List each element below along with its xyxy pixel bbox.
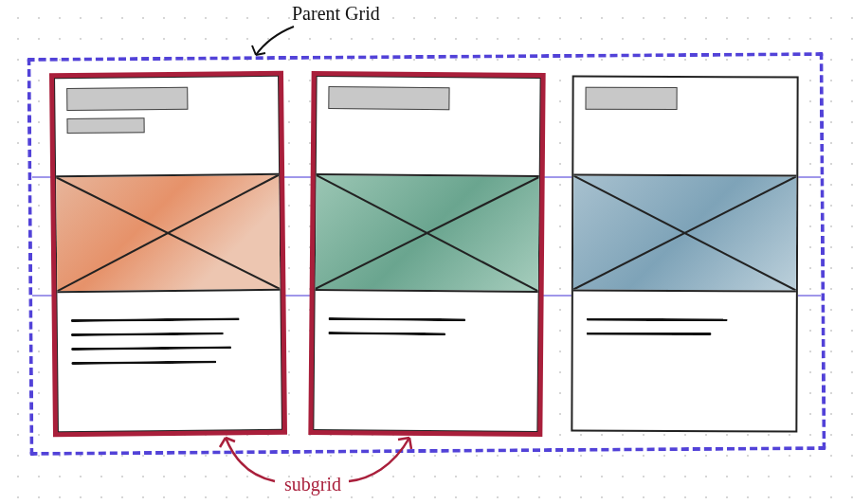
card-1-textline <box>71 317 240 322</box>
card-1-image-placeholder <box>56 173 280 293</box>
subgrid-wrap-1 <box>55 76 281 428</box>
subgrid-label: subgrid <box>284 474 341 495</box>
subgrid-wrap-2 <box>314 76 540 428</box>
svg-line-1 <box>56 175 280 291</box>
card-3 <box>572 76 799 433</box>
card-2-header <box>316 77 539 175</box>
card-2-title-placeholder <box>328 86 450 110</box>
card-1-title-placeholder <box>66 87 189 111</box>
card-3-image-placeholder <box>573 174 796 293</box>
card-2-textline <box>328 317 465 321</box>
card-2-image-placeholder <box>315 173 538 293</box>
diagram-canvas: Parent Grid <box>0 0 853 504</box>
card-2 <box>312 75 541 433</box>
cards-row <box>55 76 798 428</box>
non-subgrid-wrap-3 <box>572 76 798 428</box>
card-3-header <box>574 78 797 175</box>
card-1-body <box>57 291 281 384</box>
card-2-body <box>315 291 537 355</box>
card-3-body <box>573 292 796 355</box>
card-2-textline <box>328 332 445 335</box>
parent-grid-label: Parent Grid <box>292 3 380 25</box>
card-1-subtitle-placeholder <box>66 117 144 134</box>
card-3-textline <box>587 333 712 335</box>
card-1-textline <box>71 332 224 336</box>
parent-grid-container <box>28 55 825 453</box>
card-1-textline <box>71 360 216 365</box>
card-3-title-placeholder <box>586 87 678 110</box>
card-1-textline <box>71 346 231 351</box>
card-1-header <box>55 77 279 175</box>
card-1 <box>53 75 283 433</box>
card-3-textline <box>587 318 728 322</box>
